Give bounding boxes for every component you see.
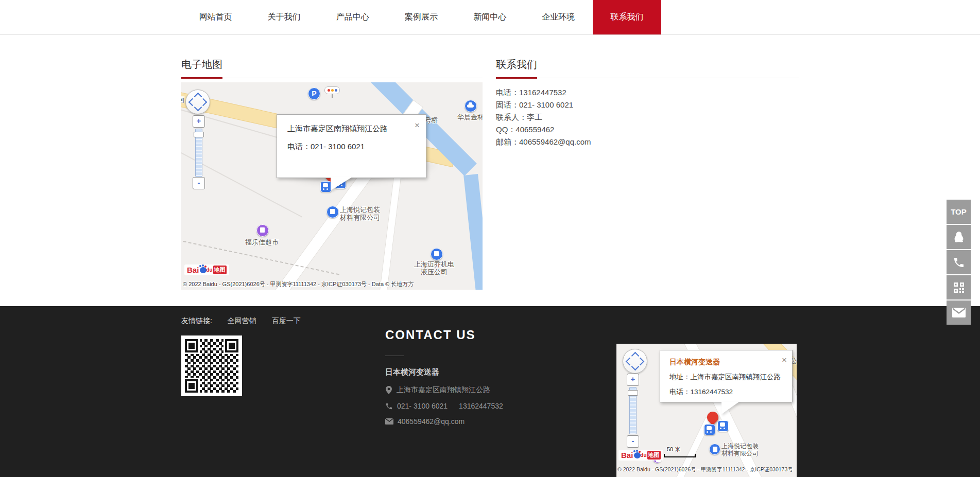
contact-mobile: 电话：13162447532 [496, 86, 799, 99]
nav-item-home[interactable]: 网站首页 [181, 0, 250, 34]
nav-item-contact[interactable]: 联系我们 [593, 0, 661, 34]
friend-link-baidu[interactable]: 百度一下 [272, 316, 301, 325]
pan-left-icon[interactable] [626, 358, 634, 366]
footer: 友情链接: 全网营销 百度一下 CONTACT US 日本横河变送器 上海市嘉定… [0, 306, 980, 477]
nav-item-cases[interactable]: 案例展示 [387, 0, 455, 34]
phone-contact-button[interactable] [947, 250, 971, 274]
contact-info-list: 电话：13162447532 固话：021- 3100 6021 联系人：李工 … [496, 86, 799, 148]
logo-text: Bai [187, 266, 199, 274]
map-attribution: © 2022 Baidu - GS(2021)6026号 - 甲测资字11111… [183, 280, 414, 288]
map-pan-control[interactable] [185, 90, 210, 114]
map-label-line: 上海悦记包装 [340, 206, 380, 214]
map-label-supermarket: 福乐佳超市 [245, 238, 279, 246]
pan-right-icon[interactable] [199, 98, 208, 107]
company-poi-icon[interactable] [709, 444, 720, 455]
footer-mobile: 13162447532 [459, 402, 503, 410]
zoom-out-button[interactable]: - [627, 435, 639, 448]
qr-finder-icon [225, 339, 238, 352]
map-label-huachen: 华晨金杯 [457, 113, 483, 121]
map-pan-control[interactable] [623, 349, 647, 374]
qq-contact-button[interactable] [947, 225, 971, 249]
zoom-slider-handle[interactable] [194, 132, 204, 137]
contact-qq: QQ：406559462 [496, 123, 799, 136]
location-pin-icon [385, 386, 392, 394]
map-label-line: 材料有限公司 [340, 214, 380, 221]
nav-item-environment[interactable]: 企业环境 [524, 0, 593, 34]
contact-email: 邮箱：406559462@qq.com [496, 136, 799, 148]
back-to-top-button[interactable]: TOP [947, 200, 971, 224]
header: 网站首页 关于我们 产品中心 案例展示 新闻中心 企业环境 联系我们 [0, 0, 980, 35]
nav-item-products[interactable]: 产品中心 [318, 0, 387, 34]
friend-links: 友情链接: 全网营销 百度一下 [181, 316, 301, 326]
footer-email: 406559462@qq.com [398, 417, 465, 426]
map-label-yueji: 上海悦记包装 材料有限公司 [721, 443, 759, 457]
footer-address-row: 上海市嘉定区南翔镇翔江公路 [385, 385, 607, 395]
float-toolbar: TOP [947, 200, 971, 326]
contact-section-divider [496, 78, 799, 78]
mail-icon [385, 418, 393, 425]
infowindow-close-icon[interactable]: × [782, 356, 787, 364]
company-poi-icon[interactable] [431, 248, 443, 260]
friend-link-marketing[interactable]: 全网营销 [228, 316, 256, 325]
pan-up-icon[interactable] [194, 93, 202, 101]
footer-company-name: 日本横河变送器 [385, 367, 607, 377]
pan-down-icon[interactable] [631, 363, 640, 371]
nav-item-news[interactable]: 新闻中心 [456, 0, 524, 34]
map-label-maiqiao: 上海迈乔机电 液压公司 [414, 260, 454, 276]
bus-stop-icon[interactable] [704, 424, 715, 435]
map-label-yueji: 上海悦记包装 材料有限公司 [340, 206, 380, 221]
qr-code-button[interactable] [947, 275, 971, 299]
infowindow-title: 日本横河变送器 [669, 358, 786, 367]
email-contact-button[interactable] [947, 301, 971, 325]
map-section-divider [181, 78, 483, 78]
pan-left-icon[interactable] [188, 98, 197, 107]
map-scale-label: 50 米 [667, 446, 680, 453]
logo-text: 地图 [213, 266, 227, 274]
pan-right-icon[interactable] [637, 358, 645, 366]
infowindow-phone: 电话：021- 3100 6021 [287, 142, 418, 152]
baidu-paw-icon [200, 267, 207, 273]
zoom-out-button[interactable]: - [193, 177, 205, 189]
baidu-map-footer[interactable]: + - 公 路 上海悦记包装 材料有限公司 日本横河变送器 地址：上海市嘉定区南… [616, 344, 797, 477]
map-label-line: 上海悦记包装 [721, 443, 759, 450]
contact-section: 联系我们 电话：13162447532 固话：021- 3100 6021 联系… [496, 34, 799, 148]
bus-stop-icon[interactable] [320, 181, 332, 192]
zoom-slider-handle[interactable] [628, 390, 638, 396]
nav-item-about[interactable]: 关于我们 [250, 0, 318, 34]
car-poi-icon[interactable] [465, 100, 477, 112]
qr-code [181, 335, 242, 396]
logo-text: du [640, 452, 646, 458]
map-section: 电子地图 + - 画 P [181, 34, 483, 290]
pan-down-icon[interactable] [194, 103, 202, 112]
logo-text: Bai [621, 451, 633, 460]
infowindow-close-icon[interactable]: × [415, 121, 420, 130]
map-river [463, 174, 483, 290]
footer-email-row: 406559462@qq.com [385, 417, 607, 426]
parking-poi-icon[interactable]: P [308, 87, 320, 100]
zoom-in-button[interactable]: + [193, 115, 205, 128]
contact-landline: 固话：021- 3100 6021 [496, 99, 799, 111]
company-poi-icon[interactable] [326, 206, 339, 218]
footer-landline: 021- 3100 6021 [397, 402, 448, 410]
baidu-map-main[interactable]: + - 画 P 江公路5号桥 华晨金杯 上海悦记包装 材料有限公司 [181, 82, 483, 290]
pan-up-icon[interactable] [631, 352, 640, 360]
qr-code-icon [953, 281, 965, 294]
baidu-map-logo: Bai du 地图 [618, 450, 663, 461]
zoom-in-button[interactable]: + [627, 374, 639, 386]
map-section-title: 电子地图 [181, 58, 483, 72]
bus-stop-icon[interactable] [717, 420, 729, 432]
map-label-partial: 画 [181, 96, 184, 103]
baidu-paw-icon [634, 452, 641, 458]
map-label-line: 材料有限公司 [721, 450, 759, 457]
supermarket-poi-icon[interactable] [256, 224, 269, 237]
logo-text: du [206, 267, 212, 273]
contact-section-title: 联系我们 [496, 58, 799, 72]
qr-finder-icon [185, 379, 198, 393]
qr-pattern [185, 339, 238, 393]
qq-penguin-icon [952, 231, 966, 244]
friend-links-label: 友情链接: [181, 316, 212, 325]
phone-icon [385, 402, 393, 410]
footer-contact-block: CONTACT US 日本横河变送器 上海市嘉定区南翔镇翔江公路 021- 31… [385, 328, 607, 426]
map-scale-bar [664, 454, 696, 457]
map-infowindow: 日本横河变送器 地址：上海市嘉定区南翔镇翔江公路 电话：13162447532 … [660, 350, 793, 402]
